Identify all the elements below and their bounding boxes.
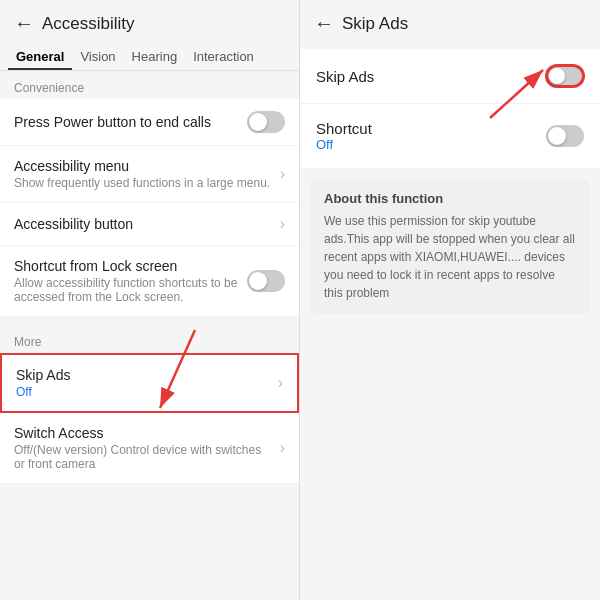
menu-item-title: Accessibility menu (14, 158, 272, 174)
tab-hearing[interactable]: Hearing (124, 41, 186, 70)
menu-item-shortcut-lock[interactable]: Shortcut from Lock screen Allow accessib… (0, 246, 299, 317)
chevron-icon: › (280, 439, 285, 457)
chevron-icon: › (278, 374, 283, 392)
section-label-more: More (0, 325, 299, 353)
right-shortcut-status: Off (316, 137, 546, 152)
power-button-toggle[interactable] (247, 111, 285, 133)
menu-item-title: Shortcut from Lock screen (14, 258, 239, 274)
tab-vision[interactable]: Vision (72, 41, 123, 70)
menu-item-accessibility-button[interactable]: Accessibility button › (0, 203, 299, 246)
switch-access-subtitle: Off/(New version) Control device with sw… (14, 443, 272, 471)
skip-ads-toggle[interactable] (546, 65, 584, 87)
section-divider (0, 317, 299, 325)
chevron-icon: › (280, 215, 285, 233)
menu-item-subtitle: Show frequently used functions in a larg… (14, 176, 272, 190)
menu-item-accessibility-menu[interactable]: Accessibility menu Show frequently used … (0, 146, 299, 203)
right-panel: ← Skip Ads Skip Ads Shortcut Off About t… (300, 0, 600, 600)
shortcut-toggle[interactable] (546, 125, 584, 147)
menu-item-subtitle: Allow accessibility function shortcuts t… (14, 276, 239, 304)
left-header: ← Accessibility (0, 0, 299, 41)
right-header: ← Skip Ads (300, 0, 600, 45)
right-shortcut-title: Shortcut (316, 120, 546, 137)
switch-access-title: Switch Access (14, 425, 272, 441)
skip-ads-title: Skip Ads (16, 367, 270, 383)
section-label-convenience: Convenience (0, 71, 299, 99)
right-page-title: Skip Ads (342, 14, 408, 34)
menu-item-switch-access[interactable]: Switch Access Off/(New version) Control … (0, 413, 299, 484)
about-box: About this function We use this permissi… (310, 179, 590, 314)
right-back-arrow-icon[interactable]: ← (314, 12, 334, 35)
tab-general[interactable]: General (8, 41, 72, 70)
menu-item-skip-ads[interactable]: Skip Ads Off › (0, 353, 299, 413)
shortcut-lock-toggle[interactable] (247, 270, 285, 292)
about-text: We use this permission for skip youtube … (324, 212, 576, 302)
right-skip-ads-title: Skip Ads (316, 68, 546, 85)
menu-item-title: Accessibility button (14, 216, 272, 232)
menu-item-power-button[interactable]: Press Power button to end calls (0, 99, 299, 146)
right-item-skip-ads[interactable]: Skip Ads (300, 49, 600, 104)
menu-item-title: Press Power button to end calls (14, 114, 239, 130)
left-panel: ← Accessibility General Vision Hearing I… (0, 0, 300, 600)
right-item-shortcut[interactable]: Shortcut Off (300, 104, 600, 169)
page-title: Accessibility (42, 14, 135, 34)
back-arrow-icon[interactable]: ← (14, 12, 34, 35)
about-title: About this function (324, 191, 576, 206)
tab-interaction[interactable]: Interaction (185, 41, 262, 70)
tab-bar: General Vision Hearing Interaction (0, 41, 299, 71)
chevron-icon: › (280, 165, 285, 183)
skip-ads-status: Off (16, 385, 270, 399)
right-settings-card: Skip Ads Shortcut Off (300, 49, 600, 169)
